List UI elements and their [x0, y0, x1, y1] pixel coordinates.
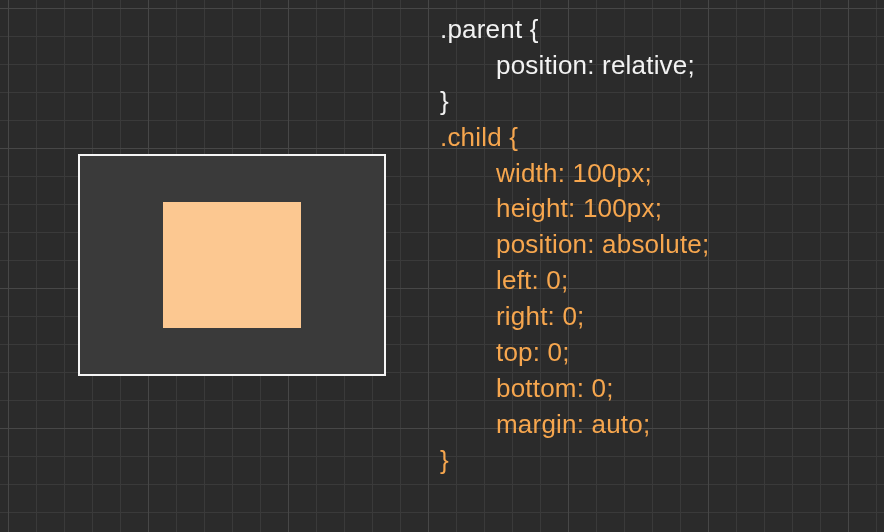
parent-box [78, 154, 386, 376]
demo-area [78, 154, 386, 376]
code-parent-rule-1: position: relative; [440, 48, 709, 84]
code-child-rule-7: bottom: 0; [440, 371, 709, 407]
content-container: .parent { position: relative; } .child {… [0, 0, 884, 532]
code-child-rule-1: width: 100px; [440, 156, 709, 192]
code-child-rule-5: right: 0; [440, 299, 709, 335]
code-child-rule-8: margin: auto; [440, 407, 709, 443]
code-child-rule-4: left: 0; [440, 263, 709, 299]
code-parent-close: } [440, 84, 709, 120]
code-child-close: } [440, 443, 709, 479]
code-snippet: .parent { position: relative; } .child {… [440, 12, 709, 478]
code-child-selector: .child { [440, 120, 709, 156]
code-parent-selector: .parent { [440, 12, 709, 48]
code-child-rule-6: top: 0; [440, 335, 709, 371]
code-child-rule-3: position: absolute; [440, 227, 709, 263]
code-child-rule-2: height: 100px; [440, 191, 709, 227]
child-box [163, 202, 301, 328]
